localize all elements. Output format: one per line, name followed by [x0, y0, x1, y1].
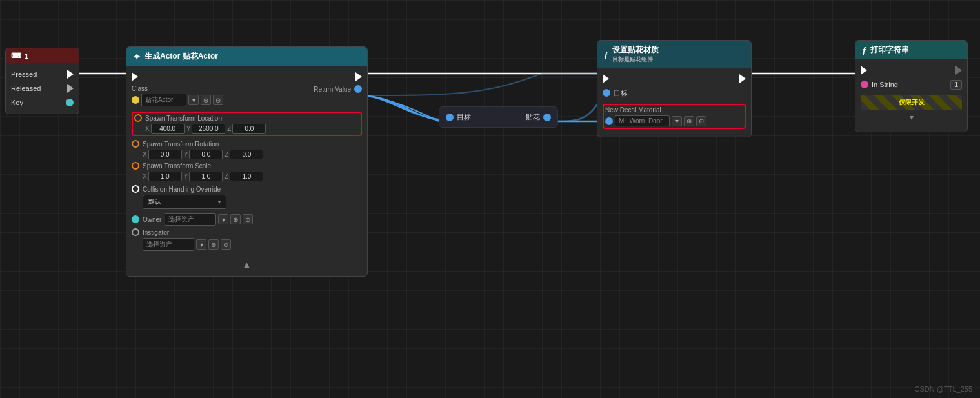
instigator-search-btn[interactable]: ⊙: [221, 239, 231, 250]
instigator-pin[interactable]: [132, 228, 139, 236]
rotation-x-letter: X: [143, 151, 147, 158]
set-material-header: ƒ 设置贴花材质 目标是贴花组件: [597, 41, 751, 68]
class-asset-picker: 贴花Actor ▾ ⊕ ⊙: [132, 94, 223, 106]
owner-dropdown-btn[interactable]: ▾: [218, 214, 228, 224]
keyboard-node-header: ⌨ 1: [6, 48, 79, 63]
print-exec-in[interactable]: [861, 66, 867, 75]
location-fields: X Y Z: [134, 124, 359, 134]
instigator-label: Instigator: [143, 229, 169, 236]
in-string-pin[interactable]: [861, 81, 868, 88]
scale-pin[interactable]: [132, 162, 139, 170]
location-z-input[interactable]: [232, 124, 266, 134]
rotation-y-coord: Y: [184, 150, 223, 159]
pressed-pin-row: Pressed: [6, 67, 79, 81]
class-dropdown-btn[interactable]: ▾: [188, 95, 199, 105]
spawn-actor-icon: ✦: [133, 52, 141, 62]
set-material-body: 目标 New Decal Material MI_Worn_Door_ ▾ ⊕ …: [597, 68, 751, 137]
new-decal-label: New Decal Material: [605, 106, 743, 114]
new-decal-dropdown-btn[interactable]: ▾: [672, 116, 682, 126]
return-value-pin[interactable]: [354, 85, 362, 93]
set-material-exec-out[interactable]: [739, 74, 746, 83]
target-left: 目标: [446, 112, 471, 122]
location-pin[interactable]: [134, 114, 142, 122]
location-label-row: Spawn Transform Location: [134, 114, 359, 122]
print-exec-out[interactable]: [955, 66, 962, 75]
collision-group: Collision Handling Override 默认 ▾: [132, 185, 362, 209]
instigator-add-btn[interactable]: ⊕: [208, 239, 219, 250]
set-material-target-pin[interactable]: [603, 89, 610, 97]
new-decal-picker: MI_Worn_Door_ ▾ ⊕ ⊙: [605, 115, 743, 126]
new-decal-search-btn[interactable]: ⊙: [696, 116, 706, 126]
scale-label-row: Spawn Transform Scale: [132, 162, 362, 170]
set-material-node: ƒ 设置贴花材质 目标是贴花组件 目标 New Decal Material M…: [597, 40, 752, 137]
location-z-letter: Z: [227, 125, 231, 132]
scale-y-letter: Y: [184, 173, 188, 180]
rotation-z-input[interactable]: [230, 150, 263, 159]
owner-search-btn[interactable]: ⊙: [243, 214, 253, 224]
class-add-btn[interactable]: ⊕: [201, 95, 211, 105]
spawn-actor-title: 生成Actor 贴花Actor: [145, 51, 218, 62]
spawn-footer[interactable]: ▲: [126, 257, 367, 272]
print-string-icon: ƒ: [862, 45, 866, 55]
class-search-btn[interactable]: ⊙: [213, 95, 223, 105]
key-pin[interactable]: [66, 99, 74, 106]
set-material-exec-row: [597, 72, 751, 86]
collision-dropdown[interactable]: 默认 ▾: [143, 195, 226, 209]
owner-label: Owner: [143, 216, 161, 223]
set-material-exec-in[interactable]: [603, 74, 609, 83]
scale-y-input[interactable]: [189, 172, 223, 181]
pressed-exec-pin[interactable]: [67, 70, 74, 79]
spawn-sep: [126, 254, 367, 254]
target-label: 目标: [457, 112, 471, 122]
new-decal-value[interactable]: MI_Worn_Door_: [615, 115, 670, 126]
location-x-input[interactable]: [151, 124, 185, 134]
key-label: Key: [11, 99, 66, 106]
rotation-y-input[interactable]: [189, 150, 223, 159]
scale-y-coord: Y: [184, 172, 223, 181]
spawn-exec-in[interactable]: [132, 72, 138, 81]
spawn-exec-out[interactable]: [355, 72, 362, 81]
class-group: Class 贴花Actor ▾ ⊕ ⊙: [132, 85, 223, 106]
location-z-coord: Z: [227, 124, 266, 134]
collision-pin[interactable]: [132, 185, 139, 193]
instigator-dropdown-btn[interactable]: ▾: [196, 239, 206, 250]
pressed-label: Pressed: [11, 70, 67, 78]
watermark: CSDN @TTL_255: [915, 385, 972, 393]
class-value[interactable]: 贴花Actor: [141, 94, 186, 106]
scale-fields: X Y Z: [132, 172, 362, 181]
released-exec-pin[interactable]: [67, 84, 74, 93]
print-exec-row: [855, 63, 967, 77]
new-decal-pin[interactable]: [605, 117, 613, 125]
instigator-label-row: Instigator: [132, 228, 362, 236]
return-value-group: Return Value: [314, 85, 362, 93]
decal-out-pin[interactable]: [543, 114, 551, 121]
decal-label: 贴花: [526, 112, 540, 122]
key-pin-row: Key: [6, 95, 79, 110]
instigator-value[interactable]: 选择资产: [143, 238, 194, 251]
print-string-body: In String 1 仅限开发 ▾: [855, 59, 967, 132]
spawn-collapse-arrow: ▲: [243, 259, 252, 270]
collision-label: Collision Handling Override: [143, 186, 221, 193]
owner-add-btn[interactable]: ⊕: [230, 214, 241, 224]
scale-x-input[interactable]: [148, 172, 182, 181]
owner-value[interactable]: 选择资产: [165, 213, 216, 226]
in-string-value[interactable]: 1: [950, 80, 962, 90]
target-decal-row: 目标 贴花: [446, 112, 551, 122]
rotation-pin[interactable]: [132, 140, 139, 148]
instigator-picker: 选择资产 ▾ ⊕ ⊙: [132, 238, 362, 251]
set-material-target-row: 目标: [597, 86, 751, 100]
location-y-input[interactable]: [192, 124, 225, 134]
class-pin[interactable]: [132, 96, 139, 104]
rotation-x-input[interactable]: [148, 150, 182, 159]
owner-pin[interactable]: [132, 215, 139, 223]
rotation-x-coord: X: [143, 150, 182, 159]
owner-row: Owner 选择资产 ▾ ⊕ ⊙: [132, 213, 362, 226]
target-in-pin[interactable]: [446, 114, 454, 121]
expand-arrow[interactable]: ▾: [861, 110, 962, 124]
set-material-title-group: 设置贴花材质 目标是贴花组件: [612, 45, 659, 64]
scale-z-input[interactable]: [230, 172, 263, 181]
location-label: Spawn Transform Location: [145, 115, 222, 122]
collision-dropdown-arrow: ▾: [218, 199, 221, 205]
new-decal-add-btn[interactable]: ⊕: [684, 116, 694, 126]
scale-z-coord: Z: [225, 172, 263, 181]
